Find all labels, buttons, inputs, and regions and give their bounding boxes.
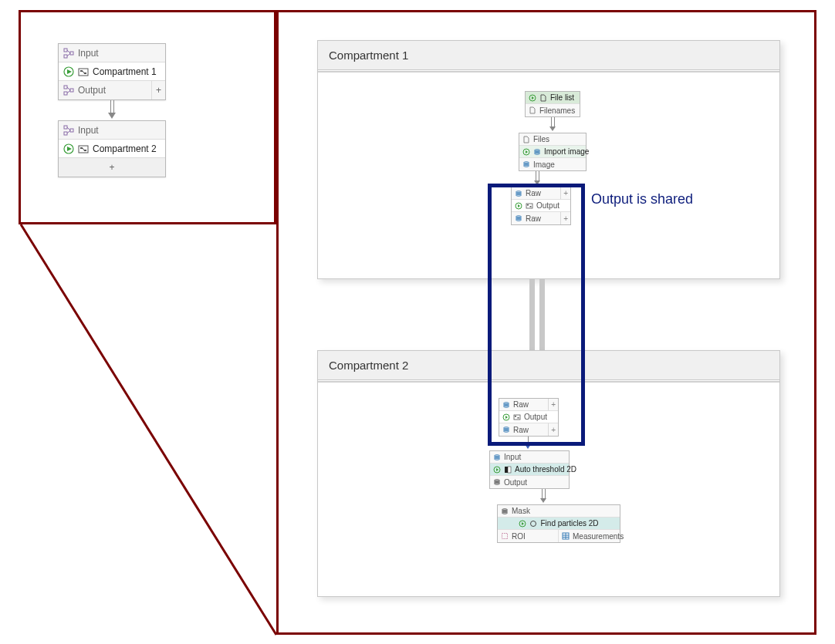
svg-line-16 [67,90,70,93]
svg-line-27 [83,148,84,150]
file-icon [539,94,547,102]
output-node-c2[interactable]: Raw + Output Raw + [499,398,559,437]
import-image-node[interactable]: Files Import image Image [519,133,587,171]
stack-icon [515,190,522,197]
node-title-row[interactable]: Output [512,200,570,212]
svg-marker-29 [532,96,534,99]
add-output-button[interactable]: + [548,423,558,436]
play-icon[interactable] [515,202,522,210]
node-output-slot: Output + [59,81,165,99]
find-particles-node[interactable]: Mask Find particles 2D [497,504,620,543]
svg-point-37 [524,165,529,167]
output-label: Output [504,478,527,487]
svg-rect-65 [505,467,508,473]
stack-icon [502,426,510,433]
input-label: Files [533,135,549,143]
node-output-slot: Output [490,476,569,488]
add-output-button[interactable]: + [151,81,165,99]
panel-header: Compartment 2 [318,351,779,380]
file-list-node[interactable]: File list Filenames [525,91,580,117]
output-label: Filenames [539,106,575,115]
node-output-slot: Image [519,158,586,170]
play-icon[interactable] [502,413,510,421]
svg-rect-12 [64,86,67,89]
node-title-row[interactable]: Auto threshold 2D [490,464,569,476]
play-icon[interactable] [63,66,74,77]
svg-point-34 [535,152,540,153]
node-main-row[interactable]: Compartment 2 [59,140,165,158]
compartment2-node[interactable]: Input Compartment 2 + [58,120,166,177]
arrow-down-icon [549,126,556,131]
svg-rect-54 [514,415,520,420]
input-label: Mask [512,507,530,515]
input-label: Raw [526,189,541,197]
svg-point-75 [531,521,536,526]
svg-marker-64 [496,468,499,471]
node-input-slot: Input [59,121,165,140]
node-output-slot: Raw + [512,212,570,224]
svg-rect-45 [530,206,532,207]
svg-line-11 [83,71,84,73]
svg-line-21 [67,130,70,133]
play-icon[interactable] [529,94,536,102]
node-title-row[interactable]: Find particles 2D [498,518,620,530]
svg-rect-19 [70,129,73,132]
folder-graph-icon [526,202,533,210]
svg-rect-18 [64,132,67,135]
compartment1-node[interactable]: Input Compartment 1 Output + [58,43,166,100]
panel-header: Compartment 1 [318,41,779,70]
node-main-row[interactable]: Compartment 1 [59,62,165,81]
play-icon[interactable] [63,143,74,154]
roi-icon [501,532,509,540]
annotation-text: Output is shared [591,191,693,207]
node-title-row[interactable]: Import image [519,146,586,158]
auto-threshold-node[interactable]: Input Auto threshold 2D Output [489,450,570,489]
connector-line [110,100,114,113]
node-input-slot: Input [59,44,165,62]
play-icon[interactable] [493,466,501,474]
graph-icon [63,125,74,136]
svg-point-72 [502,511,508,513]
arrow-down-icon [534,180,540,185]
play-icon[interactable] [522,148,530,156]
circle-icon [529,520,537,528]
compartment1-panel: Compartment 1 File list [317,40,780,279]
node-title-row[interactable]: File list [526,92,580,104]
node-title: Compartment 1 [93,66,157,77]
svg-rect-1 [64,49,67,52]
panel-title: Compartment 1 [329,49,408,62]
svg-rect-9 [80,70,83,72]
play-icon[interactable] [519,520,526,528]
arrow-down-icon [525,444,531,449]
svg-rect-25 [80,147,83,149]
svg-line-20 [67,127,70,130]
add-input-button[interactable]: + [548,399,558,410]
node-input-slot: Input [490,451,569,464]
compartment2-panel: Compartment 2 Raw + [317,350,780,597]
left-pipeline-frame: Input Compartment 1 Output + Input [19,10,276,224]
folder-graph-icon [78,66,89,77]
svg-rect-76 [502,534,508,539]
svg-rect-26 [84,150,86,151]
add-slot-button[interactable]: + [59,158,165,177]
add-input-button[interactable]: + [560,187,570,199]
node-title: Output [524,413,547,421]
add-output-button[interactable]: + [560,212,570,224]
stack-icon [493,453,501,461]
node-title: Import image [544,147,589,156]
folder-graph-icon [78,143,89,154]
node-title: Output [536,201,559,210]
node-output-slot: Raw + [499,423,558,436]
node-title-row[interactable]: Output [499,411,558,423]
svg-rect-44 [527,204,529,206]
node-title: Auto threshold 2D [515,465,576,474]
output-label: Image [533,160,555,169]
svg-marker-23 [67,147,72,151]
stack-icon [522,160,530,168]
arrow-down-icon [540,498,546,503]
output-node[interactable]: Raw + Output Raw + [511,187,571,225]
stack-icon [493,478,501,486]
file-icon [522,136,530,143]
stack-icon [502,401,510,409]
svg-rect-14 [70,89,73,92]
